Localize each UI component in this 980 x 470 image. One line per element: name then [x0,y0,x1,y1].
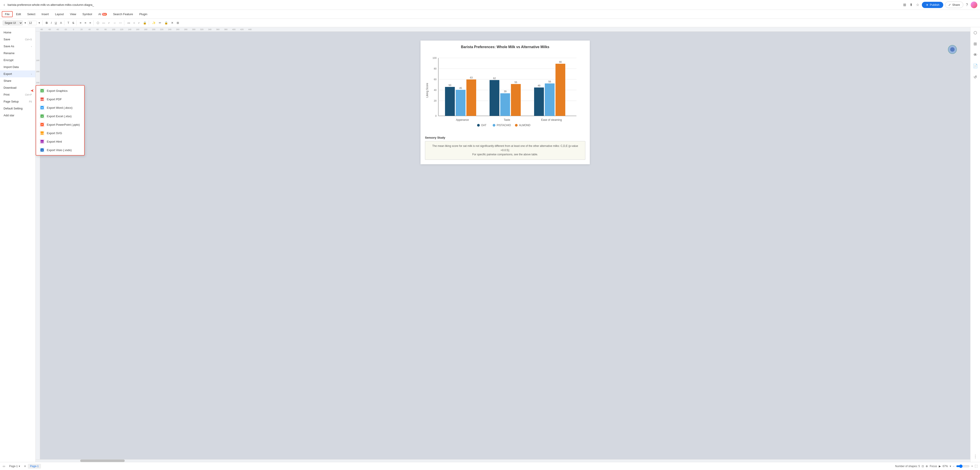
menu-ai[interactable]: AI hot [95,11,110,17]
pen-button[interactable]: ✏ [158,20,162,25]
right-snap-icon[interactable]: ⬡ [972,29,978,37]
ruler-marks: -80 -60 -40 -20 0 20 40 60 80 100 120 14… [37,28,255,30]
svg-text:80: 80 [434,67,436,70]
magic-button[interactable]: ✨ [151,20,157,25]
delete-button[interactable]: ✕ [170,20,175,25]
file-menu-import[interactable]: Import Data [0,64,35,70]
menu-layout[interactable]: Layout [52,11,67,17]
export-svg[interactable]: SVG Export SVG [36,129,84,137]
line-button[interactable]: — [101,20,107,25]
underline-button[interactable]: U [54,20,58,25]
font-size-input[interactable] [28,21,37,25]
menu-search[interactable]: Search Feature [110,11,136,17]
export-html[interactable]: Html Export Html [36,137,84,146]
font-dropdown-icon[interactable]: ▾ [23,20,27,25]
align-center[interactable]: ≡ [83,20,88,25]
text-icon[interactable]: T [66,20,71,25]
user-avatar[interactable] [970,2,977,8]
canvas-with-ruler: 160 180 200 220 Barista Preferences: [36,32,970,459]
legend-almond-dot [515,124,518,127]
right-side-icon[interactable]: ⋮ [972,452,978,460]
add-page-button[interactable]: + [24,464,26,468]
menu-plugin[interactable]: Plugin [136,11,150,17]
file-menu-share[interactable]: Share [0,77,35,84]
help-icon[interactable]: ? [965,2,969,8]
circle-button[interactable]: ○ [132,20,136,25]
fullscreen-icon[interactable]: ⛶ [975,465,977,468]
navigation-circle[interactable] [948,45,957,54]
zoom-down[interactable]: ▾ [950,465,951,468]
file-menu-addstar[interactable]: Add star [0,112,35,119]
svg-text:62: 62 [493,77,496,80]
corner-button[interactable]: ⌐ [137,20,141,25]
menu-symbol[interactable]: Symbol [80,11,95,17]
font-size-dropdown[interactable]: ▾ [37,20,41,25]
italic-button[interactable]: I [49,20,53,25]
font-color-button[interactable]: A [59,20,63,25]
legend-pistachio-dot [493,124,495,127]
file-menu-encrypt[interactable]: Encrypt [0,57,35,64]
menu-select[interactable]: Select [24,11,38,17]
export-ppt[interactable]: P Export PowerPoint (.pptx) [36,120,84,129]
shape-button[interactable]: ⬡ [95,20,100,25]
export-icon[interactable]: ⬆ [909,2,913,8]
menu-edit[interactable]: Edit [13,11,24,17]
h-scrollbar-thumb[interactable] [80,459,125,462]
canvas-scroll[interactable]: Barista Preferences: Whole Milk vs Alter… [40,32,970,459]
file-menu-save[interactable]: Save Ctrl+S [0,36,35,43]
page-tab-selector[interactable]: Page-1 ▾ [7,464,22,468]
export-svg-label: Export SVG [47,131,62,135]
export-word[interactable]: W Export Word (.docx) [36,104,84,112]
export-pdf[interactable]: PDF Export PDF [36,95,84,104]
focus-icon[interactable]: ⊕ [926,465,928,468]
svg-text:90: 90 [559,61,562,63]
file-menu-rename[interactable]: Rename [0,50,35,57]
publish-button[interactable]: ✈ Publish [922,2,943,8]
share-button[interactable]: ⤢ Share [945,2,963,8]
export-graphics-icon: G [40,88,45,93]
right-eye-icon[interactable]: 👁 [972,51,978,59]
file-menu-default[interactable]: Default Setting [0,105,35,112]
star-icon[interactable]: ☆ [915,2,920,8]
bold-button[interactable]: B [45,20,49,25]
lock2-button[interactable]: 🔒 [163,20,169,25]
bar-ease-pistachio [545,83,555,116]
font-family-select[interactable]: Segoe UI [3,21,23,25]
right-grid-icon[interactable]: ⊞ [972,40,978,48]
menu-insert[interactable]: Insert [39,11,52,17]
export-excel[interactable]: X Export Excel (.xlsx) [36,112,84,120]
zoom-out-icon[interactable]: − [953,465,955,468]
page-tab-1[interactable]: Page-1 [28,464,41,468]
format-group: B I U A [43,20,64,25]
page-tab-label: Page-1 [30,465,39,468]
file-menu-export[interactable]: Export › [0,70,35,77]
export-graphics[interactable]: G Export Graphics [36,86,84,95]
table-button[interactable]: ⊞ [175,20,180,25]
tool-group: ✨ ✏ 🔒 ✕ ⊞ [150,20,181,25]
align-left[interactable]: ≡ [78,20,83,25]
back-button[interactable]: ‹ [3,2,6,8]
lock-button[interactable]: 🔒 [142,20,148,25]
file-menu-pagesetup[interactable]: Page Setup F6 [0,98,35,105]
rect-button[interactable]: ▭ [126,20,131,25]
play-icon[interactable]: ▶ [939,465,941,468]
menu-view[interactable]: View [67,11,79,17]
export-visio[interactable]: V Export Visio (.vsdx) [36,146,84,154]
page-icon: ▭ [3,465,5,468]
right-history-icon[interactable]: ↺ [972,73,978,81]
page-dropdown[interactable]: ▾ [19,465,20,468]
right-doc-icon[interactable]: 📄 [972,62,979,70]
zoom-slider[interactable] [956,464,969,468]
menu-file[interactable]: File [2,11,13,17]
connector-button[interactable]: ⌐ [107,20,111,25]
file-menu-save-as[interactable]: Save As › [0,43,35,50]
zoom-in-icon[interactable]: + [971,465,973,468]
dotted-button[interactable]: ⋯ [118,20,123,25]
arrow-button[interactable]: → [111,20,117,25]
file-menu-home[interactable]: Home [0,29,35,36]
grid-icon[interactable]: ⊞ [902,2,907,8]
h-scrollbar[interactable] [36,459,970,462]
align-right[interactable]: ≡ [88,20,92,25]
right-panel: ⬡ ⊞ 👁 📄 ↺ ⋮ [970,27,980,462]
strikethrough-icon[interactable]: S̶ [71,20,75,25]
